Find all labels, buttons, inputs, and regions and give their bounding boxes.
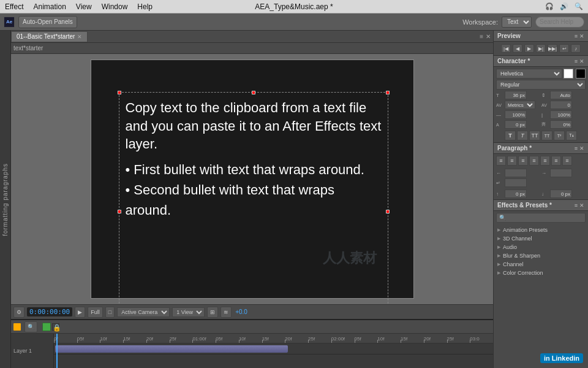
track-bar-1[interactable] xyxy=(55,345,288,353)
style-select[interactable]: Regular xyxy=(496,80,586,90)
align-left-btn[interactable]: ≡ xyxy=(496,156,506,166)
baseline-input[interactable] xyxy=(505,120,527,129)
menu-effect[interactable]: Effect xyxy=(5,2,23,11)
prev-frame-btn[interactable]: ◀ xyxy=(513,44,522,53)
playhead[interactable] xyxy=(56,334,58,368)
effect-arrow: ▶ xyxy=(497,245,500,250)
faux-italic-btn[interactable]: T xyxy=(517,131,528,140)
timecode-display[interactable]: 0:00:00:00 xyxy=(27,307,72,316)
font-size-input[interactable] xyxy=(505,91,527,99)
workspace-select[interactable]: Text xyxy=(502,17,532,28)
preview-title: Preview xyxy=(497,33,521,39)
quality-btn[interactable]: Full xyxy=(88,307,103,318)
effect-item[interactable]: ▶Channel xyxy=(494,260,588,269)
motion-blur-btn[interactable]: ≋ xyxy=(221,307,232,318)
comp-tab-active[interactable]: 01--Basic Text*starter ✕ xyxy=(11,31,88,42)
align-right-btn[interactable]: ≡ xyxy=(518,156,528,166)
all-caps-btn[interactable]: TT xyxy=(529,131,540,140)
horiz-scale-input[interactable] xyxy=(505,110,527,119)
tsumi-input[interactable] xyxy=(550,120,572,129)
indent-right-input[interactable]: 15 xyxy=(550,169,572,177)
resolution-btn[interactable]: □ xyxy=(105,307,115,318)
fill-color-swatch[interactable] xyxy=(564,69,573,79)
paragraph-close-btn[interactable]: ✕ xyxy=(579,145,584,151)
small-caps-btn[interactable]: TT xyxy=(541,131,552,140)
auto-open-panels-btn[interactable]: Auto-Open Panels xyxy=(18,16,77,28)
space-before-label: ↑ xyxy=(496,191,503,197)
effects-close-btn[interactable]: ✕ xyxy=(579,202,584,209)
tab-close-btn[interactable]: ✕ xyxy=(77,34,82,40)
effect-item[interactable]: ▶Blur & Sharpen xyxy=(494,251,588,260)
menu-help[interactable]: Help xyxy=(137,2,153,11)
subscript-btn[interactable]: T₂ xyxy=(566,131,577,140)
effects-list: ▶Animation Presets▶3D Channel▶Audio▶Blur… xyxy=(494,224,588,368)
character-menu-btn[interactable]: ≡ xyxy=(575,58,578,64)
timeline-tracks[interactable]: 0f05f10f15f20f25f01:00f05f10f15f20f25f02… xyxy=(54,334,493,368)
superscript-btn[interactable]: T² xyxy=(554,131,565,140)
timeline-settings-btn[interactable]: ⚙ xyxy=(13,307,24,318)
kerning-select[interactable]: Metrics xyxy=(505,101,535,109)
panel-menu-icon[interactable]: ≡ xyxy=(480,33,483,40)
handle-mr[interactable] xyxy=(386,210,390,213)
space-after-row: ↓ xyxy=(541,190,586,198)
loop-btn[interactable]: ↩ xyxy=(559,44,569,53)
align-center-btn[interactable]: ≡ xyxy=(507,156,517,166)
indent-left-input[interactable]: 25 xyxy=(505,169,527,177)
bullet-item-2: Second bullet with text that wraps aroun… xyxy=(126,180,382,220)
menu-window[interactable]: Window xyxy=(102,2,128,11)
search-help-input[interactable] xyxy=(535,17,584,28)
char-metrics: T ⇕ AV Metrics AV xyxy=(496,91,586,129)
justify-all-btn[interactable]: ≡ xyxy=(562,156,572,166)
space-before-row: ↑ xyxy=(496,190,540,198)
justify-right-btn[interactable]: ≡ xyxy=(551,156,561,166)
tracking-input[interactable] xyxy=(550,101,572,109)
justify-center-btn[interactable]: ≡ xyxy=(540,156,550,166)
faux-bold-btn[interactable]: T xyxy=(505,131,516,140)
space-after-input[interactable] xyxy=(550,190,572,198)
effect-item[interactable]: ▶Audio xyxy=(494,243,588,251)
para-space-metrics: ↑ ↓ xyxy=(494,188,588,199)
effect-item[interactable]: ▶3D Channel xyxy=(494,234,588,243)
skip-start-btn[interactable]: |◀ xyxy=(501,44,511,53)
ae-logo: Ae xyxy=(4,17,15,28)
leading-input[interactable] xyxy=(550,91,572,99)
ruler-label: 25f xyxy=(447,336,454,342)
next-frame-btn[interactable]: ▶| xyxy=(536,44,546,53)
preview-menu-btn[interactable]: ≡ xyxy=(575,33,578,39)
preview-panel-controls: ≡ ✕ xyxy=(575,33,584,39)
handle-ml[interactable] xyxy=(118,210,121,213)
ruler-label: 03:0 xyxy=(470,336,480,342)
text-layer-box[interactable]: Copy text to the clipboard from a text f… xyxy=(119,92,388,304)
menu-view[interactable]: View xyxy=(76,2,92,11)
grid-btn[interactable]: ⊞ xyxy=(207,307,218,318)
vert-scale-input[interactable] xyxy=(550,110,572,119)
skip-end-btn[interactable]: ▶▶| xyxy=(548,44,557,53)
panel-close-icon[interactable]: ✕ xyxy=(486,33,491,40)
audio-btn[interactable]: ♪ xyxy=(571,44,581,53)
effects-search-input[interactable] xyxy=(496,213,586,223)
effect-item[interactable]: ▶Color Correction xyxy=(494,269,588,277)
track-lock[interactable]: 🔒 xyxy=(52,323,59,331)
size-label: T xyxy=(496,93,503,98)
play-btn[interactable]: ▶ xyxy=(524,44,534,53)
playback-btn[interactable]: ▶ xyxy=(75,307,85,318)
handle-tm[interactable] xyxy=(252,91,255,94)
handle-tr[interactable] xyxy=(386,91,390,94)
indent-first-input[interactable]: -24 xyxy=(505,178,527,187)
space-before-input[interactable] xyxy=(505,190,527,198)
effect-item[interactable]: ▶Animation Presets xyxy=(494,226,588,234)
justify-btn[interactable]: ≡ xyxy=(529,156,539,166)
camera-select[interactable]: Active Camera xyxy=(117,307,170,317)
effects-menu-btn[interactable]: ≡ xyxy=(575,202,578,209)
handle-tl[interactable] xyxy=(118,91,121,94)
font-select[interactable]: Helvetica xyxy=(496,69,562,79)
view-select[interactable]: 1 View xyxy=(172,307,205,317)
stroke-color-swatch[interactable] xyxy=(576,69,586,79)
track-toggle[interactable] xyxy=(42,323,51,331)
menu-animation[interactable]: Animation xyxy=(33,2,66,11)
character-close-btn[interactable]: ✕ xyxy=(579,58,584,64)
ruler-label: 05f xyxy=(355,336,361,342)
timeline-opt-btn[interactable]: 🔍 xyxy=(24,321,37,332)
preview-close-btn[interactable]: ✕ xyxy=(579,33,584,39)
paragraph-menu-btn[interactable]: ≡ xyxy=(575,145,578,151)
